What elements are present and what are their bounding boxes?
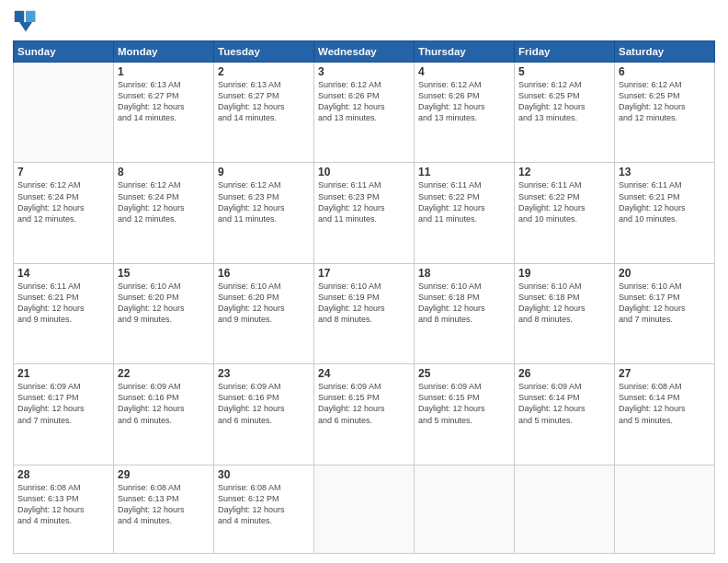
day-info: Sunrise: 6:09 AM Sunset: 6:16 PM Dayligh…: [218, 381, 310, 426]
day-number: 11: [418, 166, 510, 178]
day-info: Sunrise: 6:13 AM Sunset: 6:27 PM Dayligh…: [118, 79, 210, 124]
day-info: Sunrise: 6:11 AM Sunset: 6:22 PM Dayligh…: [518, 179, 610, 224]
day-number: 8: [118, 166, 210, 178]
day-number: 15: [118, 267, 210, 280]
day-info: Sunrise: 6:11 AM Sunset: 6:21 PM Dayligh…: [17, 281, 109, 326]
day-number: 20: [619, 267, 711, 280]
calendar-cell: 18Sunrise: 6:10 AM Sunset: 6:18 PM Dayli…: [415, 263, 515, 363]
day-info: Sunrise: 6:10 AM Sunset: 6:19 PM Dayligh…: [318, 281, 410, 326]
weekday-sunday: Sunday: [14, 41, 114, 63]
calendar-cell: 25Sunrise: 6:09 AM Sunset: 6:15 PM Dayli…: [415, 364, 515, 465]
calendar-cell: 14Sunrise: 6:11 AM Sunset: 6:21 PM Dayli…: [14, 263, 114, 363]
week-row-0: 1Sunrise: 6:13 AM Sunset: 6:27 PM Daylig…: [14, 63, 715, 163]
day-number: 26: [518, 367, 610, 380]
day-info: Sunrise: 6:10 AM Sunset: 6:20 PM Dayligh…: [218, 281, 310, 326]
week-row-1: 7Sunrise: 6:12 AM Sunset: 6:24 PM Daylig…: [14, 163, 715, 263]
day-info: Sunrise: 6:10 AM Sunset: 6:18 PM Dayligh…: [418, 281, 510, 326]
day-info: Sunrise: 6:12 AM Sunset: 6:24 PM Dayligh…: [118, 179, 210, 224]
day-number: 17: [318, 267, 410, 280]
calendar-cell: 2Sunrise: 6:13 AM Sunset: 6:27 PM Daylig…: [214, 63, 314, 163]
day-info: Sunrise: 6:08 AM Sunset: 6:12 PM Dayligh…: [218, 482, 310, 527]
day-info: Sunrise: 6:12 AM Sunset: 6:25 PM Dayligh…: [619, 79, 711, 124]
day-number: 27: [619, 367, 711, 380]
day-info: Sunrise: 6:10 AM Sunset: 6:20 PM Dayligh…: [118, 281, 210, 326]
day-info: Sunrise: 6:11 AM Sunset: 6:22 PM Dayligh…: [418, 179, 510, 224]
day-number: 4: [418, 65, 510, 78]
header: [13, 9, 715, 35]
day-number: 24: [318, 367, 410, 380]
calendar-cell: [314, 465, 415, 554]
day-info: Sunrise: 6:08 AM Sunset: 6:13 PM Dayligh…: [17, 482, 109, 527]
calendar-cell: [14, 63, 114, 163]
calendar-cell: [515, 465, 615, 554]
day-info: Sunrise: 6:10 AM Sunset: 6:18 PM Dayligh…: [518, 281, 610, 326]
day-number: 10: [318, 166, 410, 178]
calendar-cell: 8Sunrise: 6:12 AM Sunset: 6:24 PM Daylig…: [114, 163, 214, 263]
day-number: 2: [218, 65, 310, 78]
calendar-cell: 17Sunrise: 6:10 AM Sunset: 6:19 PM Dayli…: [314, 263, 415, 363]
svg-rect-1: [26, 11, 36, 22]
calendar-cell: 5Sunrise: 6:12 AM Sunset: 6:25 PM Daylig…: [515, 63, 615, 163]
calendar-cell: 26Sunrise: 6:09 AM Sunset: 6:14 PM Dayli…: [515, 364, 615, 465]
day-number: 5: [518, 65, 610, 78]
calendar-cell: 1Sunrise: 6:13 AM Sunset: 6:27 PM Daylig…: [114, 63, 214, 163]
svg-rect-0: [15, 11, 25, 22]
page: SundayMondayTuesdayWednesdayThursdayFrid…: [0, 0, 728, 563]
calendar-cell: 19Sunrise: 6:10 AM Sunset: 6:18 PM Dayli…: [515, 263, 615, 363]
calendar-cell: 9Sunrise: 6:12 AM Sunset: 6:23 PM Daylig…: [214, 163, 314, 263]
day-info: Sunrise: 6:11 AM Sunset: 6:21 PM Dayligh…: [619, 179, 711, 224]
day-number: 19: [518, 267, 610, 280]
weekday-wednesday: Wednesday: [314, 41, 415, 63]
calendar-cell: 13Sunrise: 6:11 AM Sunset: 6:21 PM Dayli…: [615, 163, 715, 263]
day-info: Sunrise: 6:12 AM Sunset: 6:26 PM Dayligh…: [318, 79, 410, 124]
day-info: Sunrise: 6:13 AM Sunset: 6:27 PM Dayligh…: [218, 79, 310, 124]
calendar-cell: 30Sunrise: 6:08 AM Sunset: 6:12 PM Dayli…: [214, 465, 314, 554]
calendar-cell: 24Sunrise: 6:09 AM Sunset: 6:15 PM Dayli…: [314, 364, 415, 465]
calendar-cell: 23Sunrise: 6:09 AM Sunset: 6:16 PM Dayli…: [214, 364, 314, 465]
calendar-cell: 6Sunrise: 6:12 AM Sunset: 6:25 PM Daylig…: [615, 63, 715, 163]
day-number: 22: [118, 367, 210, 380]
day-number: 18: [418, 267, 510, 280]
day-info: Sunrise: 6:08 AM Sunset: 6:13 PM Dayligh…: [118, 482, 210, 527]
day-info: Sunrise: 6:12 AM Sunset: 6:23 PM Dayligh…: [218, 179, 310, 224]
day-info: Sunrise: 6:12 AM Sunset: 6:25 PM Dayligh…: [518, 79, 610, 124]
svg-marker-2: [19, 22, 32, 32]
calendar-cell: 16Sunrise: 6:10 AM Sunset: 6:20 PM Dayli…: [214, 263, 314, 363]
day-number: 28: [17, 468, 109, 481]
day-info: Sunrise: 6:09 AM Sunset: 6:17 PM Dayligh…: [17, 381, 109, 426]
day-number: 21: [17, 367, 109, 380]
calendar-cell: 15Sunrise: 6:10 AM Sunset: 6:20 PM Dayli…: [114, 263, 214, 363]
logo: [13, 9, 40, 35]
weekday-thursday: Thursday: [415, 41, 515, 63]
day-info: Sunrise: 6:10 AM Sunset: 6:17 PM Dayligh…: [619, 281, 711, 326]
week-row-4: 28Sunrise: 6:08 AM Sunset: 6:13 PM Dayli…: [14, 465, 715, 554]
day-number: 3: [318, 65, 410, 78]
day-info: Sunrise: 6:12 AM Sunset: 6:26 PM Dayligh…: [418, 79, 510, 124]
day-info: Sunrise: 6:12 AM Sunset: 6:24 PM Dayligh…: [17, 179, 109, 224]
calendar-cell: 21Sunrise: 6:09 AM Sunset: 6:17 PM Dayli…: [14, 364, 114, 465]
logo-icon: [13, 9, 39, 35]
calendar-cell: [415, 465, 515, 554]
day-number: 9: [218, 166, 310, 178]
calendar-cell: 22Sunrise: 6:09 AM Sunset: 6:16 PM Dayli…: [114, 364, 214, 465]
weekday-header-row: SundayMondayTuesdayWednesdayThursdayFrid…: [14, 41, 715, 63]
calendar: SundayMondayTuesdayWednesdayThursdayFrid…: [13, 40, 715, 554]
calendar-cell: 10Sunrise: 6:11 AM Sunset: 6:23 PM Dayli…: [314, 163, 415, 263]
day-number: 29: [118, 468, 210, 481]
calendar-cell: 3Sunrise: 6:12 AM Sunset: 6:26 PM Daylig…: [314, 63, 415, 163]
day-number: 14: [17, 267, 109, 280]
day-info: Sunrise: 6:09 AM Sunset: 6:15 PM Dayligh…: [418, 381, 510, 426]
calendar-cell: 7Sunrise: 6:12 AM Sunset: 6:24 PM Daylig…: [14, 163, 114, 263]
day-number: 25: [418, 367, 510, 380]
calendar-cell: 11Sunrise: 6:11 AM Sunset: 6:22 PM Dayli…: [415, 163, 515, 263]
day-number: 6: [619, 65, 711, 78]
day-info: Sunrise: 6:09 AM Sunset: 6:15 PM Dayligh…: [318, 381, 410, 426]
calendar-cell: 28Sunrise: 6:08 AM Sunset: 6:13 PM Dayli…: [14, 465, 114, 554]
week-row-3: 21Sunrise: 6:09 AM Sunset: 6:17 PM Dayli…: [14, 364, 715, 465]
calendar-cell: 12Sunrise: 6:11 AM Sunset: 6:22 PM Dayli…: [515, 163, 615, 263]
day-info: Sunrise: 6:09 AM Sunset: 6:16 PM Dayligh…: [118, 381, 210, 426]
day-number: 16: [218, 267, 310, 280]
weekday-monday: Monday: [114, 41, 214, 63]
weekday-tuesday: Tuesday: [214, 41, 314, 63]
calendar-cell: 29Sunrise: 6:08 AM Sunset: 6:13 PM Dayli…: [114, 465, 214, 554]
